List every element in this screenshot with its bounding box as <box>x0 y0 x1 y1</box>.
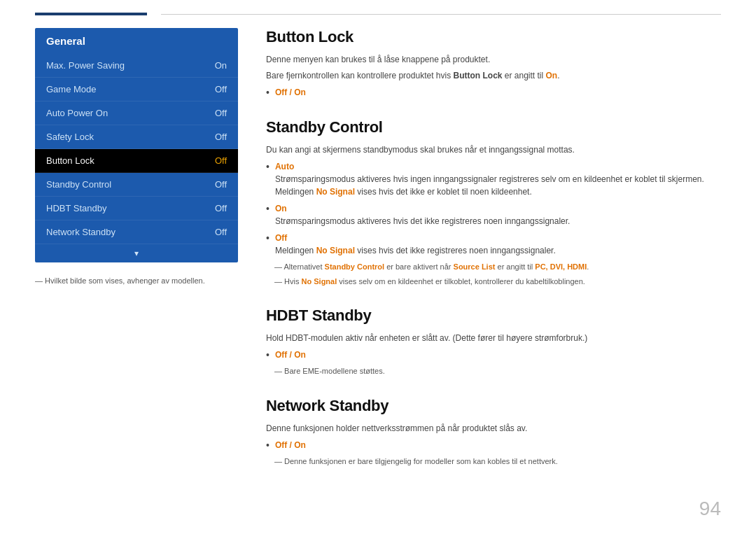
section-title-standby-control: Standby Control <box>266 118 721 136</box>
bullet-off-on: • Off / On <box>266 86 721 99</box>
page-number: 94 <box>699 498 721 520</box>
menu-label: Standby Control <box>46 179 111 190</box>
button-lock-bullets: • Off / On <box>266 86 721 99</box>
bullet-content: Auto Strømsparingsmodus aktiveres hvis i… <box>275 160 704 198</box>
section-network-standby: Network Standby Denne funksjonen holder … <box>266 397 721 468</box>
menu-item-hdbt-standby[interactable]: HDBT Standby Off <box>35 197 238 220</box>
bullet-dot: • <box>266 349 270 361</box>
menu-item-max-power-saving[interactable]: Max. Power Saving On <box>35 54 238 78</box>
section-title-button-lock: Button Lock <box>266 28 721 46</box>
bullet-label-hdbt: Off / On <box>275 349 306 361</box>
menu-label: HDBT Standby <box>46 203 106 213</box>
content-area: Button Lock Denne menyen kan brukes til … <box>266 28 721 487</box>
menu-item-game-mode[interactable]: Game Mode Off <box>35 78 238 101</box>
menu-label: Network Standby <box>46 227 115 237</box>
menu-item-safety-lock[interactable]: Safety Lock Off <box>35 125 238 149</box>
sidebar: General Max. Power Saving On Game Mode O… <box>35 28 238 487</box>
bullet-hdbt-off-on: • Off / On <box>266 349 721 361</box>
bullet-label-auto: Auto <box>275 162 294 171</box>
top-bar <box>0 0 756 15</box>
menu-label: Safety Lock <box>46 132 94 142</box>
section-button-lock: Button Lock Denne menyen kan brukes til … <box>266 28 721 99</box>
menu-value: Off <box>215 203 227 213</box>
main-layout: General Max. Power Saving On Game Mode O… <box>0 28 756 487</box>
bullet-label-off: Off <box>275 233 287 243</box>
menu-value: Off <box>215 132 227 142</box>
bullet-dot: • <box>266 202 270 215</box>
menu-label: Game Mode <box>46 84 97 94</box>
section-standby-control: Standby Control Du kan angi at skjermens… <box>266 118 721 287</box>
button-lock-desc2: Bare fjernkontrollen kan kontrollere pro… <box>266 69 721 82</box>
bullet-dot: • <box>266 439 270 451</box>
menu-item-button-lock[interactable]: Button Lock Off <box>35 149 238 173</box>
bullet-text-auto: Strømsparingsmodus aktiveres hvis ingen … <box>275 174 704 184</box>
top-bar-accent <box>35 13 147 15</box>
bullet-content-on: On Strømsparingsmodus aktiveres hvis det… <box>275 202 570 227</box>
bullet-dot: • <box>266 86 270 99</box>
bullet-network-off-on: • Off / On <box>266 439 721 451</box>
bullet-on: • On Strømsparingsmodus aktiveres hvis d… <box>266 202 721 227</box>
menu-value: Off <box>215 84 227 94</box>
standby-control-bullets: • Auto Strømsparingsmodus aktiveres hvis… <box>266 160 721 257</box>
bullet-off: • Off Meldingen No Signal vises hvis det… <box>266 232 721 257</box>
note-no-signal: No Signal <box>302 277 337 286</box>
sidebar-header: General <box>35 28 238 54</box>
note-pc-dvi-hdmi: PC, DVI, HDMI <box>535 262 587 271</box>
network-note-1: Denne funksjonen er bare tilgjengelig fo… <box>266 456 721 468</box>
bullet-auto: • Auto Strømsparingsmodus aktiveres hvis… <box>266 160 721 198</box>
menu-value: On <box>215 60 227 71</box>
sidebar-note: ― Hvilket bilde som vises, avhenger av m… <box>35 276 238 285</box>
top-bar-line <box>161 14 721 15</box>
standby-note-2: Hvis No Signal vises selv om en kildeenh… <box>266 276 721 288</box>
menu-value: Off <box>215 227 227 237</box>
bullet-content-off: Off Meldingen No Signal vises hvis det i… <box>275 232 556 257</box>
menu-value: Off <box>215 179 227 190</box>
section-hdbt-standby: HDBT Standby Hold HDBT-modulen aktiv når… <box>266 307 721 377</box>
desc2-period: . <box>557 71 559 80</box>
menu-value-active: Off <box>215 155 227 166</box>
bullet-label-network: Off / On <box>275 439 306 451</box>
menu-item-auto-power-on[interactable]: Auto Power On Off <box>35 101 238 125</box>
menu-label: Max. Power Saving <box>46 60 125 71</box>
hdbt-standby-bullets: • Off / On <box>266 349 721 361</box>
bullet-text-off: Meldingen No Signal vises hvis det ikke … <box>275 246 556 255</box>
section-title-hdbt-standby: HDBT Standby <box>266 307 721 325</box>
menu-label: Button Lock <box>46 155 94 166</box>
bullet-label-on: On <box>275 204 287 213</box>
menu-item-standby-control[interactable]: Standby Control Off <box>35 173 238 197</box>
desc2-highlight: Button Lock <box>453 71 502 80</box>
standby-control-desc1: Du kan angi at skjermens standbymodus sk… <box>266 143 721 156</box>
note-source-list: Source List <box>454 262 496 271</box>
bullet-text-on: Strømsparingsmodus aktiveres hvis det ik… <box>275 216 570 226</box>
menu-scroll-down[interactable]: ▾ <box>35 244 238 262</box>
network-standby-desc1: Denne funksjonen holder nettverksstrømme… <box>266 422 721 435</box>
hdbt-standby-desc1: Hold HDBT-modulen aktiv når enheten er s… <box>266 332 721 344</box>
bullet-label: Off / On <box>275 86 306 99</box>
bullet-text-auto2: Meldingen No Signal vises hvis det ikke … <box>275 187 532 197</box>
sidebar-menu: Max. Power Saving On Game Mode Off Auto … <box>35 54 238 262</box>
section-title-network-standby: Network Standby <box>266 397 721 415</box>
desc2-value: On <box>546 71 558 80</box>
desc2-mid: er angitt til <box>502 71 545 80</box>
menu-label: Auto Power On <box>46 108 108 118</box>
desc2-prefix: Bare fjernkontrollen kan kontrollere pro… <box>266 71 453 80</box>
network-standby-bullets: • Off / On <box>266 439 721 451</box>
menu-value: Off <box>215 108 227 118</box>
button-lock-desc1: Denne menyen kan brukes til å låse knapp… <box>266 53 721 66</box>
standby-note-1: Alternativet Standby Control er bare akt… <box>266 261 721 273</box>
note-standby-control: Standby Control <box>325 262 385 271</box>
hdbt-note-1: Bare EME-modellene støttes. <box>266 365 721 377</box>
bullet-dot: • <box>266 160 270 173</box>
menu-item-network-standby[interactable]: Network Standby Off <box>35 220 238 244</box>
bullet-dot: • <box>266 232 270 244</box>
